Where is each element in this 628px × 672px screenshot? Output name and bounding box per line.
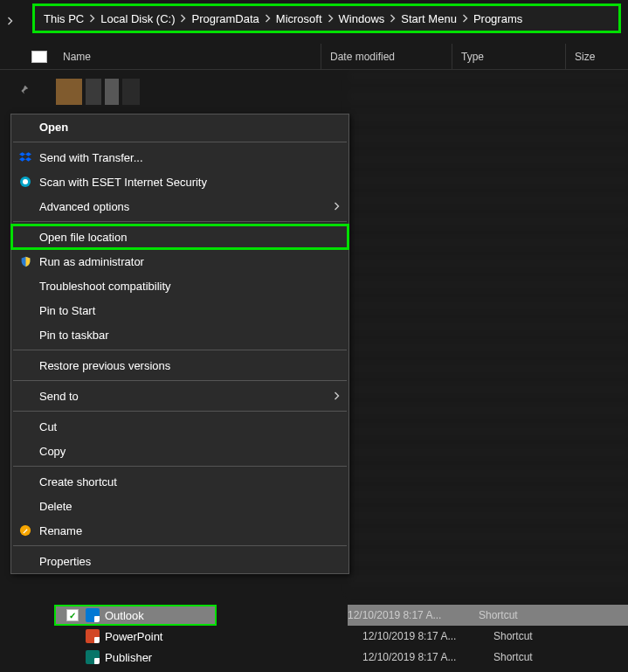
ctx-advanced[interactable]: Advanced options xyxy=(11,194,349,218)
crumb-microsoft[interactable]: Microsoft xyxy=(273,12,326,25)
chevron-right-icon xyxy=(326,14,335,23)
chevron-right-icon xyxy=(178,14,188,23)
ctx-restore[interactable]: Restore previous versions xyxy=(11,353,349,378)
chevron-right-icon xyxy=(334,390,340,403)
ctx-cut[interactable]: Cut xyxy=(11,414,349,439)
ctx-rename[interactable]: Rename xyxy=(11,518,349,543)
select-all-checkbox[interactable] xyxy=(31,51,47,63)
ctx-create-shortcut[interactable]: Create shortcut xyxy=(11,469,349,494)
file-date: 12/10/2019 8:17 A... xyxy=(362,651,493,663)
crumb-programdata[interactable]: ProgramData xyxy=(188,12,262,25)
ctx-send-to[interactable]: Send to xyxy=(11,384,349,408)
ctx-open[interactable]: Open xyxy=(11,114,349,139)
crumb-this-pc[interactable]: This PC xyxy=(40,12,87,25)
blurred-content xyxy=(54,70,349,115)
file-date: 12/10/2019 8:17 A... xyxy=(348,609,479,621)
chevron-right-icon xyxy=(263,14,273,23)
ctx-scan-eset[interactable]: Scan with ESET Internet Security xyxy=(11,170,349,194)
column-type[interactable]: Type xyxy=(452,44,566,69)
powerpoint-icon xyxy=(86,629,100,643)
pencil-icon xyxy=(18,523,32,537)
pin-icon xyxy=(17,84,30,99)
blurred-content xyxy=(348,70,628,594)
ctx-copy[interactable]: Copy xyxy=(11,439,349,463)
checkbox-checked-icon[interactable]: ✓ xyxy=(66,609,79,621)
ctx-delete[interactable]: Delete xyxy=(11,494,349,518)
breadcrumb-bar[interactable]: This PC Local Disk (C:) ProgramData Micr… xyxy=(32,3,621,33)
ctx-run-admin[interactable]: Run as administrator xyxy=(11,249,349,274)
eset-icon xyxy=(18,175,32,189)
crumb-windows[interactable]: Windows xyxy=(335,12,389,25)
ctx-properties[interactable]: Properties xyxy=(11,549,349,573)
dropbox-icon xyxy=(18,150,32,164)
shield-icon xyxy=(18,254,32,268)
file-type: Shortcut xyxy=(493,651,628,663)
chevron-right-icon xyxy=(388,14,397,23)
publisher-icon xyxy=(86,650,100,664)
crumb-local-disk[interactable]: Local Disk (C:) xyxy=(97,12,178,25)
ctx-pin-start[interactable]: Pin to Start xyxy=(11,298,349,322)
chevron-right-icon xyxy=(460,14,470,23)
chevron-right-icon xyxy=(334,200,340,213)
file-row-outlook[interactable]: ✓ Outlook xyxy=(54,605,217,626)
file-name: Outlook xyxy=(105,609,144,622)
ctx-send-transfer[interactable]: Send with Transfer... xyxy=(11,145,349,170)
file-row-publisher[interactable]: Publisher 12/10/2019 8:17 A... Shortcut xyxy=(54,647,628,668)
crumb-start-menu[interactable]: Start Menu xyxy=(397,12,460,25)
column-size[interactable]: Size xyxy=(566,51,628,63)
file-name: PowerPoint xyxy=(105,630,362,643)
file-name: Publisher xyxy=(105,651,362,664)
file-row-powerpoint[interactable]: PowerPoint 12/10/2019 8:17 A... Shortcut xyxy=(54,626,628,647)
column-name[interactable]: Name xyxy=(54,44,321,69)
crumb-programs[interactable]: Programs xyxy=(470,12,526,25)
file-date: 12/10/2019 8:17 A... xyxy=(362,630,493,642)
column-date[interactable]: Date modified xyxy=(321,44,452,69)
file-type: Shortcut xyxy=(493,630,628,642)
chevron-right-icon xyxy=(87,14,97,23)
outlook-icon xyxy=(86,608,100,622)
svg-point-1 xyxy=(23,179,28,184)
file-type: Shortcut xyxy=(479,609,628,621)
context-menu: Open Send with Transfer... Scan with ESE… xyxy=(10,114,349,574)
ctx-troubleshoot[interactable]: Troubleshoot compatibility xyxy=(11,274,349,298)
ctx-pin-taskbar[interactable]: Pin to taskbar xyxy=(11,322,349,347)
ctx-open-file-location[interactable]: Open file location xyxy=(11,225,349,249)
column-headers: Name Date modified Type Size xyxy=(0,44,628,70)
